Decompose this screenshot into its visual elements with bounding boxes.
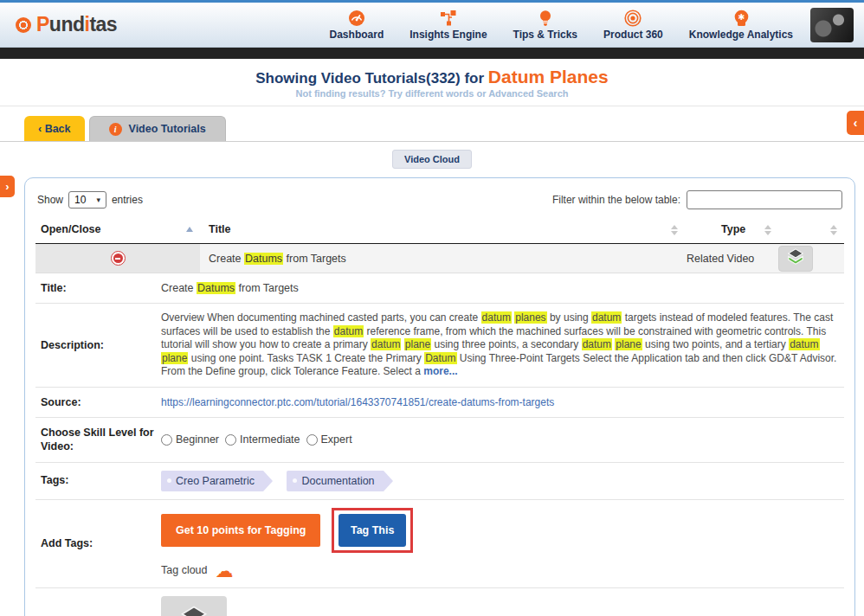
add-tags-label: Add Tags: bbox=[35, 536, 161, 550]
radio-beginner[interactable] bbox=[161, 434, 172, 446]
detail-row-add-tags: Add Tags: Get 10 points for Tagging Tag … bbox=[35, 500, 844, 588]
sort-ascending-icon bbox=[186, 227, 193, 232]
insights-engine-icon bbox=[440, 10, 457, 27]
sort-icon bbox=[671, 225, 678, 235]
detail-row-thumbnail: Thumbnail: bbox=[35, 588, 844, 616]
skill-option-beginner: Beginner bbox=[161, 433, 219, 446]
detail-row-source: Source: https://learningconnector.ptc.co… bbox=[35, 388, 844, 418]
user-photo[interactable] bbox=[810, 8, 854, 42]
sort-icon bbox=[830, 225, 837, 235]
nav-item-knowledge-analytics[interactable]: ✱ Knowledge Analytics bbox=[689, 10, 793, 41]
description-value: Overview When documenting machined caste… bbox=[161, 311, 844, 379]
video-cloud-button[interactable]: Video Cloud bbox=[392, 150, 472, 169]
tag-this-button[interactable]: Tag This bbox=[339, 514, 406, 547]
table-row: Create Datums from Targets Related Video bbox=[35, 244, 844, 273]
column-header-type[interactable]: Type bbox=[685, 223, 778, 235]
skill-radio-group: Beginner Intermediate Expert bbox=[161, 433, 844, 446]
search-query-text: Datum Planes bbox=[488, 67, 609, 87]
add-tags-buttons: Get 10 points for Tagging Tag This bbox=[161, 508, 837, 553]
table-controls: Show 10 entries Filter within the below … bbox=[37, 190, 842, 209]
tips-tricks-icon bbox=[537, 10, 554, 27]
entries-select[interactable]: 10 bbox=[68, 191, 106, 209]
punditas-logo[interactable]: Punditas bbox=[16, 13, 117, 36]
dashboard-icon bbox=[348, 10, 365, 27]
tags-label: Tags: bbox=[35, 473, 161, 487]
collapse-row-icon[interactable] bbox=[111, 251, 126, 266]
detail-row-description: Description: Overview When documenting m… bbox=[35, 304, 844, 388]
table-header-row: Open/Close Title Type bbox=[35, 218, 844, 244]
app-header: Punditas Dashboard Insights Engine Tips … bbox=[0, 3, 864, 48]
layers-icon bbox=[786, 248, 805, 268]
expand-panel-left-tab[interactable] bbox=[0, 176, 15, 197]
tag-chip-documentation[interactable]: Documentation bbox=[287, 471, 383, 491]
svg-text:✱: ✱ bbox=[738, 12, 745, 22]
nav-item-insights-engine[interactable]: Insights Engine bbox=[409, 10, 487, 41]
heading-subtext: Not finding results? Try different words… bbox=[0, 88, 864, 99]
get-points-button[interactable]: Get 10 points for Tagging bbox=[161, 514, 320, 547]
detail-row-skill: Choose Skill Level for Video: Beginner I… bbox=[35, 418, 844, 463]
title-label: Title: bbox=[35, 281, 161, 295]
radio-expert[interactable] bbox=[306, 434, 318, 446]
column-header-open-close[interactable]: Open/Close bbox=[35, 223, 200, 235]
column-header-title[interactable]: Title bbox=[200, 223, 685, 235]
skill-option-intermediate: Intermediate bbox=[225, 433, 300, 446]
description-text: Overview When documenting machined caste… bbox=[161, 311, 836, 377]
punditas-logo-text: Punditas bbox=[36, 13, 117, 36]
filter-group: Filter within the below table: bbox=[552, 190, 842, 209]
more-link[interactable]: more... bbox=[423, 365, 457, 377]
entries-label: entries bbox=[112, 194, 143, 206]
source-link[interactable]: https://learningconnector.ptc.com/tutori… bbox=[161, 396, 554, 408]
header-divider-bar bbox=[0, 48, 864, 59]
show-label: Show bbox=[37, 194, 63, 206]
nav-item-dashboard[interactable]: Dashboard bbox=[330, 10, 384, 41]
product-360-icon bbox=[624, 10, 642, 27]
thumbnail-box bbox=[161, 596, 227, 616]
tab-video-tutorials[interactable]: Video Tutorials bbox=[89, 116, 226, 141]
row-actions bbox=[778, 244, 844, 273]
video-cloud-row: Video Cloud bbox=[0, 150, 864, 169]
nav-item-product-360[interactable]: Product 360 bbox=[603, 10, 663, 41]
thumbnail-logo-icon bbox=[178, 606, 210, 616]
tag-chip-creo-parametric[interactable]: Creo Parametric bbox=[161, 471, 263, 491]
punditas-logo-icon bbox=[16, 17, 31, 33]
column-header-actions[interactable] bbox=[778, 223, 844, 235]
skill-label: Choose Skill Level for Video: bbox=[35, 426, 161, 454]
tab-video-tutorials-label: Video Tutorials bbox=[129, 123, 206, 135]
collapse-panel-right-tab[interactable] bbox=[847, 111, 864, 135]
results-card: Show 10 entries Filter within the below … bbox=[24, 177, 855, 616]
results-heading: Showing Video Tutorials(332) for Datum P… bbox=[0, 59, 864, 99]
back-tab[interactable]: ‹ Back bbox=[24, 116, 85, 141]
nav-item-tips-tricks[interactable]: Tips & Tricks bbox=[513, 10, 577, 41]
annotation-box: Tag This bbox=[332, 508, 413, 553]
main-nav: Dashboard Insights Engine Tips & Tricks … bbox=[330, 10, 793, 41]
source-label: Source: bbox=[35, 395, 161, 409]
open-close-cell bbox=[35, 244, 200, 273]
detail-row-tags: Tags: Creo Parametric Documentation bbox=[35, 463, 844, 500]
knowledge-analytics-icon: ✱ bbox=[732, 10, 750, 27]
cloud-icon bbox=[216, 561, 234, 580]
filter-input[interactable] bbox=[687, 190, 842, 209]
filter-label: Filter within the below table: bbox=[552, 194, 680, 206]
info-icon bbox=[109, 123, 122, 136]
row-type: Related Video bbox=[685, 244, 778, 273]
detail-row-title: Title: Create Datums from Targets bbox=[35, 273, 844, 304]
title-value: Create Datums from Targets bbox=[161, 282, 844, 294]
related-video-button[interactable] bbox=[778, 246, 813, 272]
description-label: Description: bbox=[35, 338, 161, 352]
tag-cloud-link[interactable]: Tag cloud bbox=[161, 561, 234, 580]
row-title: Create Datums from Targets bbox=[200, 244, 685, 273]
tab-bar: ‹ Back Video Tutorials bbox=[0, 106, 864, 142]
tag-cloud-label: Tag cloud bbox=[161, 564, 208, 576]
skill-option-expert: Expert bbox=[306, 433, 352, 446]
page: Punditas Dashboard Insights Engine Tips … bbox=[0, 0, 864, 616]
sort-icon bbox=[764, 225, 771, 235]
radio-intermediate[interactable] bbox=[225, 434, 236, 446]
page-title: Showing Video Tutorials(332) for Datum P… bbox=[0, 67, 864, 87]
